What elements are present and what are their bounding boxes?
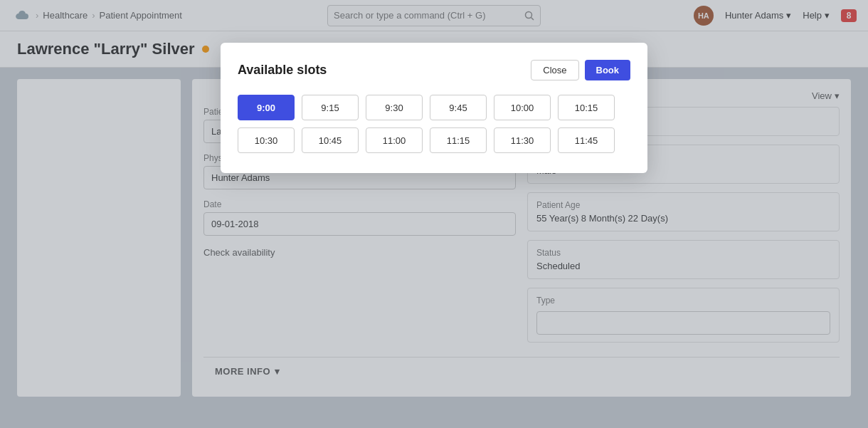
slots-grid: 9:009:159:309:4510:0010:1510:3010:4511:0… <box>238 95 630 153</box>
slot-btn-11-00[interactable]: 11:00 <box>366 127 423 153</box>
slot-btn-10-15[interactable]: 10:15 <box>558 95 615 120</box>
slot-btn-10-00[interactable]: 10:00 <box>494 95 551 120</box>
slot-btn-11-15[interactable]: 11:15 <box>430 127 487 153</box>
slot-btn-9-30[interactable]: 9:30 <box>366 95 423 120</box>
slot-btn-9-15[interactable]: 9:15 <box>302 95 359 120</box>
modal-overlay: Available slots Close Book 9:009:159:309… <box>0 0 868 428</box>
slot-btn-11-45[interactable]: 11:45 <box>558 127 615 153</box>
modal-actions: Close Book <box>531 60 630 80</box>
close-button[interactable]: Close <box>531 60 578 80</box>
modal-title: Available slots <box>238 63 327 78</box>
book-button[interactable]: Book <box>585 60 631 80</box>
modal-header: Available slots Close Book <box>238 60 630 80</box>
slot-btn-11-30[interactable]: 11:30 <box>494 127 551 153</box>
available-slots-modal: Available slots Close Book 9:009:159:309… <box>221 43 647 173</box>
slot-btn-10-30[interactable]: 10:30 <box>238 127 295 153</box>
slot-btn-9-45[interactable]: 9:45 <box>430 95 487 120</box>
slot-btn-9-00[interactable]: 9:00 <box>238 95 295 120</box>
slot-btn-10-45[interactable]: 10:45 <box>302 127 359 153</box>
